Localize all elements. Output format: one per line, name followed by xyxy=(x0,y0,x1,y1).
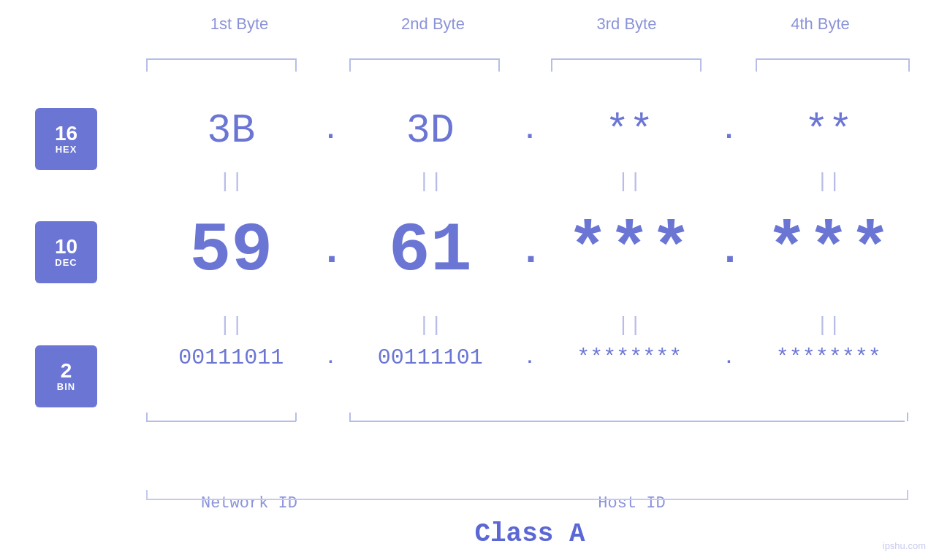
bracket-top-4 xyxy=(757,58,908,60)
eq2-col1: || xyxy=(142,314,320,337)
bin-bracket-bl-1 xyxy=(146,413,148,421)
host-id-label: Host ID xyxy=(354,494,910,513)
bin-dot-3: . xyxy=(718,348,740,368)
network-id-label: Network ID xyxy=(146,494,352,513)
eq2-col2: || xyxy=(342,314,520,337)
bottom-bracket-left xyxy=(146,490,148,500)
bracket-tl-3 xyxy=(551,58,552,72)
badge-dec-label: DEC xyxy=(55,257,77,268)
bin-col1: 00111011 xyxy=(142,345,320,370)
badge-hex-number: 16 xyxy=(55,123,77,144)
eq1-col2: || xyxy=(342,170,520,193)
bracket-tr-4 xyxy=(908,58,910,72)
dec-col4: *** xyxy=(740,212,918,291)
column-headers: 1st Byte 2nd Byte 3rd Byte 4th Byte xyxy=(142,15,917,34)
hex-dot-3: . xyxy=(718,116,740,146)
bracket-tr-2 xyxy=(498,58,500,72)
bin-bracket-br-2 xyxy=(907,413,908,421)
dec-dot-2: . xyxy=(519,229,541,275)
equals-row-1: || || || || xyxy=(142,170,917,193)
hex-col4: ** xyxy=(740,108,918,154)
bin-dot-1: . xyxy=(320,348,342,368)
bracket-tl-4 xyxy=(756,58,757,72)
badge-bin: 2 BIN xyxy=(35,345,97,407)
badge-dec-number: 10 xyxy=(55,237,77,257)
col-header-4: 4th Byte xyxy=(723,15,917,34)
dec-row: 59 . 61 . *** . *** xyxy=(142,212,917,291)
hex-row: 3B . 3D . ** . ** xyxy=(142,108,917,154)
class-label: Class A xyxy=(142,519,917,549)
bin-col4: ******** xyxy=(740,345,918,370)
bracket-tr-3 xyxy=(700,58,702,72)
dec-col3: *** xyxy=(541,212,718,291)
eq2-col4: || xyxy=(740,314,918,337)
main-container: 16 HEX 10 DEC 2 BIN 1st Byte 2nd Byte 3r… xyxy=(0,0,939,560)
bottom-bracket-right xyxy=(907,490,908,500)
bottom-full-bracket xyxy=(146,499,908,500)
hex-dot-2: . xyxy=(519,116,541,146)
bracket-top-3 xyxy=(552,58,700,60)
bracket-tl-2 xyxy=(349,58,351,72)
badge-bin-number: 2 xyxy=(61,361,72,381)
col-header-1: 1st Byte xyxy=(142,15,336,34)
badge-hex-label: HEX xyxy=(56,144,77,155)
bracket-top-1 xyxy=(148,58,295,60)
dec-dot-3: . xyxy=(718,229,740,275)
hex-col3: ** xyxy=(541,108,718,154)
dec-dot-1: . xyxy=(320,229,342,275)
eq2-col3: || xyxy=(541,314,718,337)
badge-dec: 10 DEC xyxy=(35,221,97,283)
dec-col2: 61 xyxy=(342,212,520,291)
bracket-top-2 xyxy=(351,58,498,60)
bin-col3: ******** xyxy=(541,345,718,370)
watermark: ipshu.com xyxy=(883,540,926,551)
bin-bracket-bottom-2 xyxy=(349,421,905,422)
hex-col2: 3D xyxy=(342,108,520,154)
bracket-tr-1 xyxy=(295,58,297,72)
eq1-col1: || xyxy=(142,170,320,193)
bin-bracket-bottom-1 xyxy=(146,421,296,422)
bin-row: 00111011 . 00111101 . ******** . *******… xyxy=(142,345,917,370)
hex-dot-1: . xyxy=(320,116,342,146)
bin-bracket-br-1 xyxy=(295,413,297,421)
equals-row-2: || || || || xyxy=(142,314,917,337)
dec-col1: 59 xyxy=(142,212,320,291)
eq1-col4: || xyxy=(740,170,918,193)
bracket-tl-1 xyxy=(146,58,148,72)
col-header-3: 3rd Byte xyxy=(530,15,723,34)
col-header-2: 2nd Byte xyxy=(336,15,530,34)
eq1-col3: || xyxy=(541,170,718,193)
bin-col2: 00111101 xyxy=(342,345,520,370)
bin-bracket-bl-2 xyxy=(349,413,351,421)
badge-bin-label: BIN xyxy=(57,381,75,392)
badge-hex: 16 HEX xyxy=(35,108,97,170)
bin-dot-2: . xyxy=(519,348,541,368)
hex-col1: 3B xyxy=(142,108,320,154)
